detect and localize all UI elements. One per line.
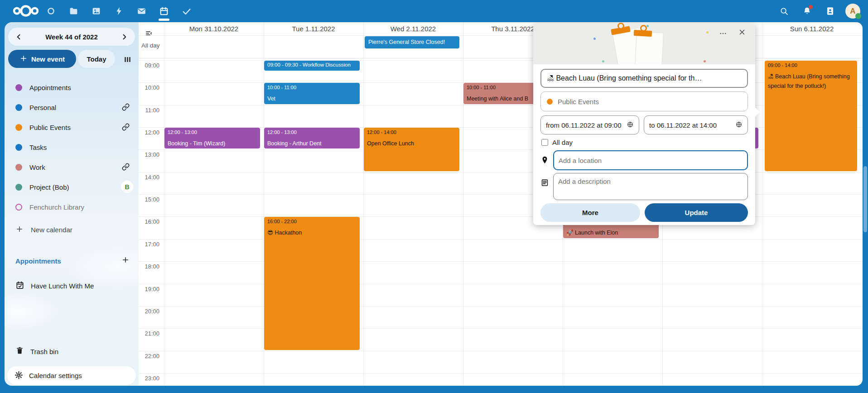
app-calendar-icon[interactable] <box>153 0 175 22</box>
app-tasks-icon[interactable] <box>175 0 198 22</box>
nextcloud-logo-icon[interactable] <box>12 4 40 19</box>
calendar-label: Fenchurch Library <box>29 203 84 211</box>
grid-hour-line <box>139 239 863 240</box>
avatar-letter: A <box>850 7 855 16</box>
hour-label: 23:00 <box>136 375 159 382</box>
topbar-right-icons <box>772 0 842 22</box>
new-calendar-button[interactable]: New calendar <box>5 220 139 240</box>
calendar-label: Appointments <box>29 84 71 91</box>
app-files-icon[interactable] <box>62 0 85 22</box>
add-appointment-button[interactable] <box>121 256 130 266</box>
sidebar-calendar-personal[interactable]: Personal <box>5 97 139 117</box>
allday-checkbox-row: All day <box>541 138 748 147</box>
grid-column-line <box>363 22 364 386</box>
popup-menu-icon[interactable] <box>719 29 727 39</box>
hour-label: 17:00 <box>136 241 159 248</box>
calendar-label: Tasks <box>29 144 47 151</box>
scrollbar-thumb[interactable] <box>863 166 867 232</box>
grid-column-line <box>762 22 762 386</box>
start-datetime-field[interactable]: from 06.11.2022 at 09:00 <box>540 115 639 134</box>
avatar-status-dot <box>855 13 861 19</box>
calendar-color-dot <box>15 184 22 191</box>
collapse-allday-icon[interactable] <box>145 29 153 39</box>
grid-hour-line <box>139 328 863 329</box>
hour-label: 09:00 <box>136 62 159 69</box>
description-input[interactable] <box>553 173 748 200</box>
event-title: Booking - Arthur Dent <box>267 139 357 149</box>
sidebar-calendar-project-bob-[interactable]: Project (Bob)B <box>5 177 139 197</box>
week-label: Week 44 of 2022 <box>45 33 98 41</box>
calendar-event[interactable]: 16:00 - 22:00😎 Hackathon <box>264 217 360 350</box>
grid-column-line <box>463 22 463 386</box>
app-mail-icon[interactable] <box>130 0 153 22</box>
calendar-select[interactable]: Public Events <box>540 91 748 111</box>
allday-checkbox[interactable] <box>541 139 548 146</box>
illustration-clip-ring <box>617 23 624 29</box>
sidebar-calendar-appointments[interactable]: Appointments <box>5 77 139 97</box>
grid-hour-line <box>139 261 863 262</box>
calendar-label: Public Events <box>29 124 71 131</box>
start-datetime-label: from 06.11.2022 at 09:00 <box>546 121 622 129</box>
calendar-color-dot <box>15 124 22 131</box>
calendar-event[interactable]: 09:00 - 09:30 - Workflow Discussion <box>264 61 360 71</box>
close-icon[interactable] <box>738 28 746 38</box>
calendar-event[interactable]: 10:00 - 11:00Vet <box>264 83 360 104</box>
grid-hour-line <box>139 284 863 284</box>
app-dashboard-icon[interactable] <box>39 0 62 22</box>
sidebar-calendar-public-events[interactable]: Public Events <box>5 117 139 137</box>
hour-label: 16:00 <box>136 218 159 225</box>
location-input[interactable] <box>553 150 748 170</box>
event-time: 12:00 - 13:00 <box>168 129 257 136</box>
more-button[interactable]: More <box>540 203 640 222</box>
confetti-dot <box>593 38 596 40</box>
description-icon <box>540 173 549 200</box>
event-time: 10:00 - 11:00 <box>267 85 357 91</box>
sidebar-calendar-fenchurch-library[interactable]: Fenchurch Library <box>5 197 139 217</box>
calendar-settings-button[interactable]: Calendar settings <box>7 366 136 385</box>
calendar-color-dot <box>15 84 22 91</box>
app-photos-icon[interactable] <box>85 0 107 22</box>
hour-label: 12:00 <box>136 129 159 136</box>
next-week-button[interactable] <box>117 29 132 44</box>
event-title-input[interactable] <box>540 69 748 88</box>
week-switcher: Week 44 of 2022 <box>8 28 135 46</box>
share-link-icon[interactable] <box>122 103 130 112</box>
sidebar-calendar-tasks[interactable]: Tasks <box>5 137 139 157</box>
trash-bin-button[interactable]: Trash bin <box>5 341 139 361</box>
search-icon[interactable] <box>772 0 796 22</box>
timezone-globe-icon[interactable] <box>735 121 743 129</box>
appointment-label: Have Lunch With Me <box>31 282 94 290</box>
hour-label: 20:00 <box>136 308 159 315</box>
app-activity-icon[interactable] <box>107 0 130 22</box>
share-link-icon[interactable] <box>122 163 130 172</box>
timezone-globe-icon[interactable] <box>627 121 634 129</box>
plus-icon <box>15 225 24 235</box>
previous-week-button[interactable] <box>11 29 26 44</box>
new-event-button[interactable]: New event <box>8 50 76 68</box>
calendar-color-dot <box>15 164 22 171</box>
calendar-color-dot <box>15 104 22 111</box>
popup-illustration <box>533 22 755 64</box>
app: 09:0010:0011:0012:0013:0014:0015:0016:00… <box>0 0 868 393</box>
contacts-icon[interactable] <box>819 0 842 22</box>
calendar-event[interactable]: 12:00 - 13:00Booking - Tim (Wizard) <box>164 128 260 149</box>
view-columns-icon[interactable] <box>120 54 135 65</box>
today-button[interactable]: Today <box>78 50 115 68</box>
event-time: 12:00 - 14:00 <box>367 129 456 136</box>
update-button[interactable]: Update <box>645 203 748 222</box>
event-time: 12:00 - 13:00 <box>267 129 357 136</box>
calendar-event[interactable]: 12:00 - 14:00Open Office Lunch <box>364 128 459 171</box>
calendar-select-label: Public Events <box>558 98 599 105</box>
end-datetime-field[interactable]: to 06.11.2022 at 14:00 <box>644 115 748 134</box>
bell-icon[interactable] <box>796 0 819 22</box>
grid-hour-line <box>139 306 863 307</box>
appointment-item[interactable]: Have Lunch With Me <box>5 276 139 296</box>
allday-event[interactable]: Pierre's General Store Closed! <box>365 36 459 48</box>
event-title: 🏖 Beach Luau (Bring something special fo… <box>768 72 854 91</box>
calendar-label: Project (Bob) <box>29 183 69 191</box>
calendar-event[interactable]: 12:00 - 13:00Booking - Arthur Dent <box>264 128 360 149</box>
share-link-icon[interactable] <box>122 123 130 132</box>
sidebar-calendar-work[interactable]: Work <box>5 157 139 177</box>
calendar-event[interactable]: 09:00 - 14:00🏖 Beach Luau (Bring somethi… <box>765 61 857 171</box>
hour-label: 10:00 <box>136 84 159 91</box>
